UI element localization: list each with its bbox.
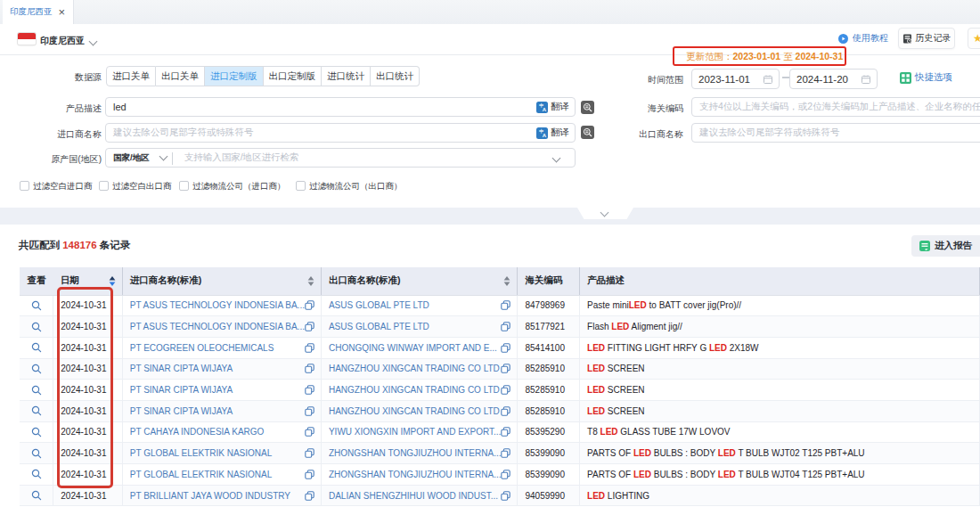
- svg-text:A: A: [543, 107, 547, 112]
- svg-text:A: A: [543, 133, 547, 138]
